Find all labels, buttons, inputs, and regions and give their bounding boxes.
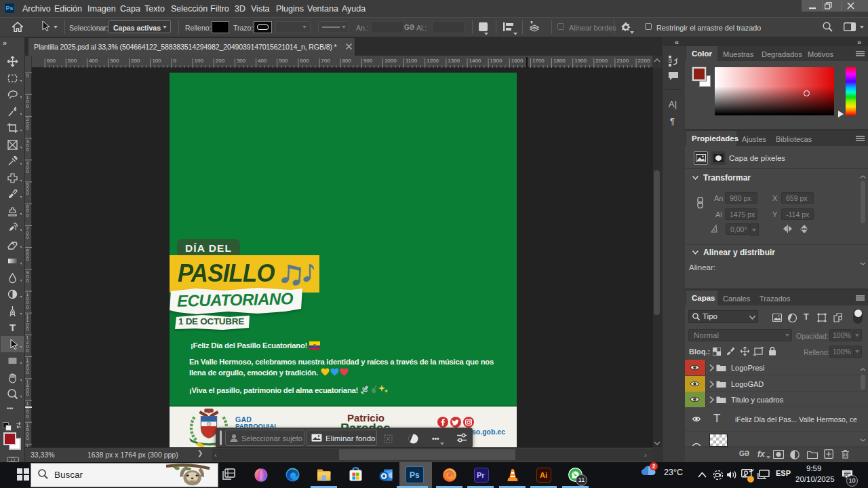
svg-text:0: 0 [26,348,29,353]
svg-text:1300: 1300 [448,58,460,64]
svg-text:1600: 1600 [511,58,524,64]
svg-text:0: 0 [26,278,29,283]
svg-text:300: 300 [110,58,119,64]
svg-text:0: 0 [26,326,29,331]
svg-text:1900: 1900 [574,58,587,64]
svg-text:0: 0 [26,392,29,396]
svg-text:2200: 2200 [638,58,650,64]
svg-text:600: 600 [47,58,56,64]
svg-text:1500: 1500 [490,58,502,64]
svg-text:200: 200 [216,58,225,64]
svg-text:0: 0 [26,191,29,195]
svg-text:0: 0 [26,73,29,78]
svg-text:0: 0 [26,104,29,109]
svg-text:0: 0 [26,169,29,174]
svg-text:800: 800 [342,58,352,64]
svg-text:1100: 1100 [406,58,418,64]
svg-text:500: 500 [279,58,288,64]
svg-text:700: 700 [321,58,331,64]
svg-text:600: 600 [300,58,309,64]
svg-text:500: 500 [68,58,77,64]
svg-text:200: 200 [131,58,140,64]
svg-text:0: 0 [26,213,29,218]
svg-text:2000: 2000 [595,58,608,64]
svg-text:1000: 1000 [384,58,397,64]
svg-text:0: 0 [26,370,29,375]
svg-text:400: 400 [89,58,98,64]
svg-text:0: 0 [26,436,29,440]
svg-text:0: 0 [26,257,29,261]
svg-text:0: 0 [174,58,177,64]
svg-text:0: 0 [26,305,29,309]
svg-text:900: 900 [363,58,373,64]
svg-text:1200: 1200 [427,58,439,64]
svg-text:0: 0 [26,414,29,419]
svg-text:T: T [9,322,16,333]
svg-text:0: 0 [26,126,29,130]
svg-text:1400: 1400 [469,58,481,64]
svg-text:0: 0 [26,147,29,152]
svg-text:100: 100 [152,58,161,64]
svg-text:300: 300 [237,58,246,64]
svg-text:100: 100 [195,58,204,64]
svg-text:2100: 2100 [616,58,629,64]
svg-text:1700: 1700 [532,58,545,64]
svg-text:400: 400 [258,58,267,64]
svg-text:0: 0 [26,235,29,240]
svg-text:1800: 1800 [553,58,566,64]
